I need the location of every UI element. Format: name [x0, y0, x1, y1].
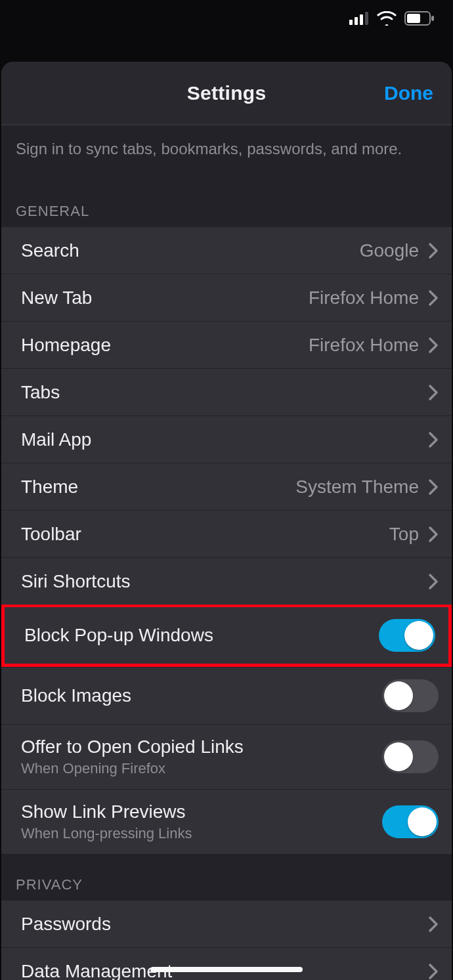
row-copied-links: Offer to Open Copied Links When Opening …: [1, 724, 452, 789]
row-new-tab[interactable]: New Tab Firefox Home: [1, 274, 452, 321]
toggle-knob: [408, 807, 437, 836]
row-siri-shortcuts[interactable]: Siri Shortcuts: [1, 557, 452, 605]
svg-rect-6: [431, 16, 434, 21]
chevron-right-icon: [428, 916, 439, 933]
row-label: Tabs: [21, 382, 428, 403]
row-label: Siri Shortcuts: [21, 571, 428, 592]
row-value: Google: [360, 240, 419, 261]
toggle-link-previews[interactable]: [382, 805, 439, 838]
row-value: System Theme: [295, 477, 419, 498]
toggle-knob: [384, 681, 413, 710]
row-value: Top: [389, 524, 419, 545]
section-header-privacy: PRIVACY: [1, 854, 452, 900]
toggle-block-popups[interactable]: [379, 619, 435, 652]
svg-rect-5: [407, 14, 420, 23]
chevron-right-icon: [428, 526, 439, 543]
status-bar: [0, 0, 453, 39]
toggle-block-images[interactable]: [382, 679, 439, 712]
highlighted-row: Block Pop-up Windows: [1, 604, 452, 667]
settings-sheet: Settings Done Sign in to sync tabs, book…: [1, 62, 452, 980]
row-search[interactable]: Search Google: [1, 226, 452, 274]
row-block-images: Block Images: [1, 667, 452, 724]
sync-hint: Sign in to sync tabs, bookmarks, passwor…: [1, 125, 452, 166]
chevron-right-icon: [428, 289, 439, 307]
row-label: Theme: [21, 477, 295, 498]
toggle-copied-links[interactable]: [382, 740, 439, 773]
chevron-right-icon: [428, 963, 439, 980]
toggle-knob: [404, 621, 433, 650]
wifi-icon: [377, 11, 397, 28]
toggle-knob: [384, 742, 413, 771]
row-toolbar[interactable]: Toolbar Top: [1, 510, 452, 557]
row-value: Firefox Home: [309, 335, 419, 356]
row-label: Mail App: [21, 429, 428, 450]
row-passwords[interactable]: Passwords: [1, 900, 452, 947]
row-label: Search: [21, 240, 360, 261]
nav-header: Settings Done: [1, 62, 452, 125]
row-value: Firefox Home: [309, 288, 419, 309]
row-label: Toolbar: [21, 524, 389, 545]
row-label: Block Images: [21, 685, 382, 706]
row-homepage[interactable]: Homepage Firefox Home: [1, 321, 452, 368]
row-block-popups: Block Pop-up Windows: [5, 607, 448, 664]
row-label: Offer to Open Copied Links: [21, 736, 382, 757]
svg-rect-3: [365, 12, 368, 25]
chevron-right-icon: [428, 431, 439, 448]
row-theme[interactable]: Theme System Theme: [1, 463, 452, 510]
row-tabs[interactable]: Tabs: [1, 368, 452, 415]
row-mail-app[interactable]: Mail App: [1, 415, 452, 463]
chevron-right-icon: [428, 242, 439, 259]
row-data-management[interactable]: Data Management: [1, 947, 452, 980]
chevron-right-icon: [428, 573, 439, 590]
section-header-general: GENERAL: [1, 166, 452, 226]
chevron-right-icon: [428, 479, 439, 496]
row-label: Homepage: [21, 335, 309, 356]
chevron-right-icon: [428, 384, 439, 401]
svg-rect-2: [360, 14, 363, 25]
done-button[interactable]: Done: [384, 82, 452, 104]
row-sublabel: When Opening Firefox: [21, 760, 382, 777]
row-label: Show Link Previews: [21, 801, 382, 822]
svg-rect-0: [349, 20, 353, 25]
home-indicator[interactable]: [150, 967, 303, 972]
row-label: New Tab: [21, 288, 309, 309]
settings-list[interactable]: Sign in to sync tabs, bookmarks, passwor…: [1, 125, 452, 980]
row-link-previews: Show Link Previews When Long-pressing Li…: [1, 789, 452, 854]
cellular-icon: [349, 12, 369, 28]
row-label: Passwords: [21, 914, 428, 935]
battery-icon: [404, 11, 435, 28]
svg-rect-1: [355, 17, 358, 25]
row-label: Block Pop-up Windows: [24, 625, 379, 646]
row-sublabel: When Long-pressing Links: [21, 825, 382, 842]
chevron-right-icon: [428, 337, 439, 354]
